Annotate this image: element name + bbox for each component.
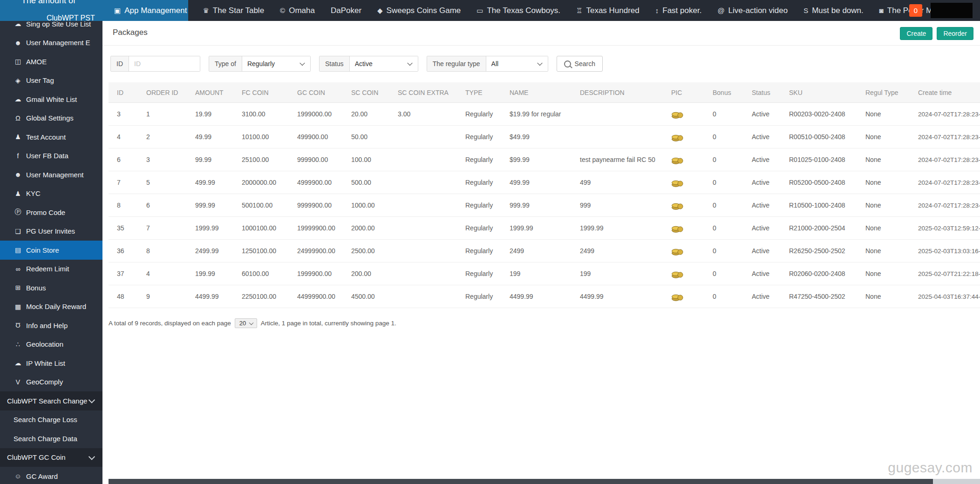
cell-amount: 999.99 — [187, 194, 233, 217]
cell-sc-coin: 4500.00 — [343, 285, 389, 308]
cell-sku: R47250-4500-2502 — [781, 285, 857, 308]
nav-item-label: The Star Table — [213, 6, 264, 15]
id-filter-input[interactable] — [129, 56, 200, 71]
cell-create-time: 2024-07-02T17:28:23-08:00 — [910, 194, 980, 217]
table-row: 3571999.991000100.0019999900.002000.00Re… — [109, 217, 980, 240]
regular-type-filter-select[interactable]: All — [486, 56, 548, 71]
sidebar-item-mock-daily-reward[interactable]: ▦Mock Daily Reward — [0, 297, 102, 316]
sidebar-item-label: PG User Invites — [26, 227, 75, 235]
sidebar-item-geolocation[interactable]: ∴Geolocation — [0, 335, 102, 354]
cell-sc-coin: 1000.00 — [343, 194, 389, 217]
sidebar-item-user-fb-data[interactable]: fUser FB Data — [0, 147, 102, 166]
sidebar-item-user-management[interactable]: ☻User Management — [0, 165, 102, 184]
calendar-icon: ▦ — [14, 303, 22, 310]
cell-id: 36 — [109, 240, 138, 262]
at-icon: @ — [717, 7, 724, 14]
nav-item-fast-poker[interactable]: ↕Fast poker. — [647, 0, 710, 21]
cell-order-id: 8 — [138, 240, 187, 262]
person-icon: ♟ — [14, 133, 22, 141]
pic-coins-stack-icon — [671, 109, 683, 119]
cell-status: Active — [743, 194, 781, 217]
cell-id: 6 — [109, 148, 138, 171]
cloud-icon: ☁ — [14, 21, 22, 27]
table-row: 3682499.991250100.0024999900.002500.00Re… — [109, 240, 980, 262]
sidebar-item-amoe[interactable]: ◫AMOE — [0, 52, 102, 71]
cell-regul-type: None — [857, 217, 910, 240]
cell-pic — [663, 148, 704, 171]
column-header-description: DESCRIPTION — [572, 82, 663, 103]
sidebar-item-kyc[interactable]: ♟KYC — [0, 184, 102, 203]
status-filter-select[interactable]: Active — [350, 56, 418, 71]
nav-item-must-be-down[interactable]: SMust be down. — [796, 0, 871, 21]
sidebar-item-global-settings[interactable]: ΩGlobal Settings — [0, 109, 102, 128]
nav-item-omaha[interactable]: ©Omaha — [272, 0, 323, 21]
sidebar-item-search-charge-loss[interactable]: Search Charge Loss — [0, 410, 102, 430]
cell-bonus: 0 — [704, 126, 743, 148]
cell-id: 37 — [109, 262, 138, 285]
cell-sc-coin: 2000.00 — [343, 217, 389, 240]
sidebar-item-label: IP White List — [26, 359, 65, 367]
sidebar-item-user-management-e[interactable]: ☻User Management E — [0, 34, 102, 53]
reorder-button[interactable]: Reorder — [937, 27, 973, 40]
sidebar-item-pg-user-invites[interactable]: ❏PG User Invites — [0, 222, 102, 241]
page-size-select[interactable]: 20 — [235, 319, 257, 328]
nav-item-sweeps-coins-game[interactable]: ◆Sweeps Coins Game — [369, 0, 469, 21]
sidebar-item-gc-award[interactable]: ☺GC Award — [0, 467, 102, 484]
cell-status: Active — [743, 171, 781, 194]
sidebar-item-bonus[interactable]: ⊞Bonus — [0, 278, 102, 297]
cell-sc-coin: 100.00 — [343, 148, 389, 171]
nav-item-the-texas-cowboys[interactable]: ▭The Texas Cowboys. — [469, 0, 568, 21]
cell-name: $99.99 — [501, 148, 572, 171]
nav-item-dapoker[interactable]: DaPoker — [323, 0, 369, 21]
chat-icon: ◫ — [14, 58, 22, 65]
nav-item-the-star-table[interactable]: ♛The Star Table — [195, 0, 272, 21]
column-header-amount: AMOUNT — [187, 82, 233, 103]
sidebar-item-gmail-white-list[interactable]: ☁Gmail White List — [0, 90, 102, 109]
cell-status: Active — [743, 240, 781, 262]
nav-item-texas-hundred[interactable]: ♖Texas Hundred — [568, 0, 647, 21]
type-filter-select[interactable]: Regularly — [242, 56, 310, 71]
cell-order-id: 7 — [138, 217, 187, 240]
sidebar-header-title: ClubWPT PST — [47, 14, 95, 22]
notification-badge[interactable]: 0 — [909, 4, 922, 17]
users-icon: ☻ — [14, 171, 22, 178]
nav-item-live-action-video[interactable]: @Live-action video — [709, 0, 796, 21]
scrollbar-thumb[interactable] — [109, 479, 933, 484]
column-header-sku: SKU — [781, 82, 857, 103]
cell-name: 1999.99 — [501, 217, 572, 240]
cell-order-id: 2 — [138, 126, 187, 148]
cell-fc-coin: 25100.00 — [233, 148, 289, 171]
cell-amount: 499.99 — [187, 171, 233, 194]
search-button[interactable]: Search — [557, 56, 603, 72]
sidebar-item-sing-op-site-use-list[interactable]: ☁Sing op Site Use List — [0, 21, 102, 34]
nav-item-label: Live-action video — [728, 6, 788, 15]
status-filter-select-wrap: Active — [350, 56, 418, 71]
id-filter-group: ID — [110, 56, 200, 72]
column-header-sc-coin: SC COIN — [343, 82, 389, 103]
sidebar-item-ip-white-list[interactable]: ☁IP White List — [0, 354, 102, 373]
sidebar-item-clubwpt-gc-coin[interactable]: ClubWPT GC Coin — [0, 448, 102, 467]
nav-item-app-management[interactable]: ▣App Management — [106, 0, 195, 21]
sidebar-item-promo-code[interactable]: ⓅPromo Code — [0, 203, 102, 222]
sidebar-item-redeem-limit[interactable]: ∞Redeem Limit — [0, 260, 102, 279]
sidebar-item-geocomply[interactable]: VGeoComply — [0, 373, 102, 392]
horizontal-scrollbar[interactable] — [109, 479, 980, 484]
cell-pic — [663, 217, 704, 240]
sidebar-item-coin-store[interactable]: ▤Coin Store — [0, 241, 102, 260]
sidebar-item-clubwpt-search-change[interactable]: ClubWPT Search Change — [0, 391, 102, 410]
sidebar-item-info-and-help[interactable]: ƱInfo and Help — [0, 316, 102, 335]
create-button[interactable]: Create — [900, 27, 932, 40]
cell-order-id: 3 — [138, 148, 187, 171]
sidebar: ☁Sing op Site Use List☻User Management E… — [0, 21, 102, 484]
cell-sku: R05200-0500-2408 — [781, 171, 857, 194]
sidebar-item-search-charge-data[interactable]: Search Charge Data — [0, 429, 102, 448]
cell-bonus: 0 — [704, 148, 743, 171]
app-icon: ◙ — [879, 7, 884, 14]
cell-description: 2499 — [572, 240, 663, 262]
cell-type: Regularly — [457, 171, 501, 194]
cell-type: Regularly — [457, 103, 501, 126]
sidebar-item-user-tag[interactable]: ◈User Tag — [0, 71, 102, 90]
table-row: 374199.9960100.001999900.00200.00Regular… — [109, 262, 980, 285]
sidebar-item-test-account[interactable]: ♟Test Account — [0, 128, 102, 147]
cell-sku: R00203-0020-2408 — [781, 103, 857, 126]
